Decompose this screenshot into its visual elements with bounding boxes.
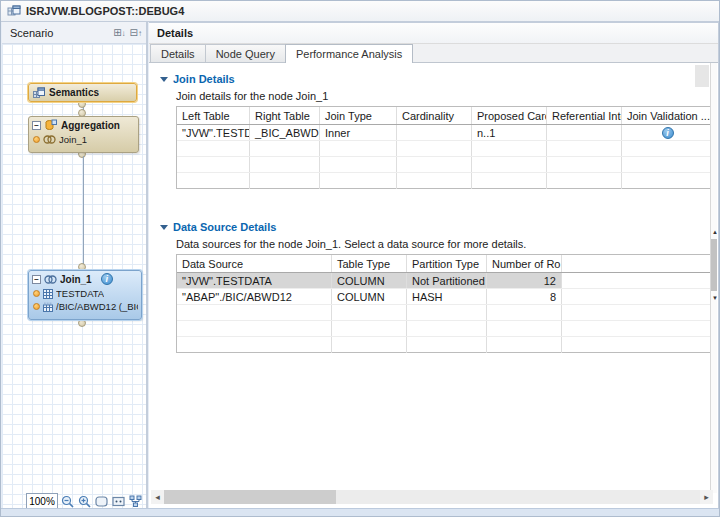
zoom-level-input[interactable] bbox=[26, 493, 58, 509]
column-header-right-table[interactable]: Right Table bbox=[250, 107, 320, 124]
node-semantics-label: Semantics bbox=[49, 87, 99, 98]
connector-line bbox=[83, 156, 84, 267]
join-child-testdata[interactable]: TESTDATA bbox=[29, 287, 141, 300]
scroll-corner-block bbox=[695, 65, 709, 87]
cell-number-of-rows: 12 bbox=[487, 273, 562, 288]
join-operator-icon bbox=[43, 135, 56, 144]
join-info-icon[interactable] bbox=[101, 273, 113, 285]
join-child-label: /BIC/ABWD12 (_BIC. bbox=[56, 301, 138, 312]
scenario-panel-title: Scenario bbox=[10, 27, 113, 39]
horizontal-scrollbar[interactable]: ◂ ▸ bbox=[151, 490, 713, 504]
column-header-filler bbox=[562, 255, 713, 272]
cell-referential-integrity bbox=[547, 125, 622, 140]
aggregation-child-join[interactable]: Join_1 bbox=[29, 133, 138, 146]
empty-row bbox=[177, 337, 713, 353]
status-dot-icon bbox=[33, 290, 40, 297]
zoom-in-icon[interactable] bbox=[77, 494, 92, 509]
tab-performance-analysis[interactable]: Performance Analysis bbox=[285, 44, 413, 63]
join-operator-icon bbox=[44, 275, 57, 284]
join-validation-info-icon[interactable] bbox=[662, 127, 674, 139]
cell-filler bbox=[562, 289, 713, 304]
expand-all-icon[interactable]: ⊞↓ bbox=[113, 27, 125, 38]
fit-to-screen-icon[interactable] bbox=[94, 494, 109, 509]
scenario-canvas[interactable]: Semantics − Aggregation bbox=[2, 44, 146, 513]
join-details-section-header[interactable]: Join Details bbox=[160, 73, 235, 85]
vertical-scrollbar-thumb[interactable] bbox=[711, 239, 717, 291]
actual-size-icon[interactable] bbox=[111, 494, 126, 509]
horizontal-scrollbar-thumb[interactable] bbox=[164, 490, 336, 504]
empty-row bbox=[177, 305, 713, 321]
collapse-node-icon[interactable]: − bbox=[32, 275, 41, 284]
data-source-details-subtitle: Data sources for the node Join_1. Select… bbox=[176, 238, 526, 250]
column-header-join-type[interactable]: Join Type bbox=[320, 107, 397, 124]
column-header-number-of-rows[interactable]: Number of Ro... bbox=[487, 255, 562, 272]
tab-node-query[interactable]: Node Query bbox=[205, 44, 286, 62]
cell-partition-type: HASH bbox=[407, 289, 487, 304]
join-details-row[interactable]: "JVW".TESTDATA _BIC_ABWD12 Inner n..1 bbox=[177, 125, 713, 141]
data-source-details-section-header[interactable]: Data Source Details bbox=[160, 221, 276, 233]
data-source-row-testdata[interactable]: "JVW".TESTDATA COLUMN Not Partitioned 12 bbox=[177, 273, 713, 289]
column-header-join-validation[interactable]: Join Validation ... bbox=[622, 107, 713, 124]
scroll-up-icon[interactable]: ▲ bbox=[712, 229, 717, 235]
empty-row bbox=[177, 141, 713, 157]
column-header-partition-type[interactable]: Partition Type bbox=[407, 255, 487, 272]
join-details-header-row: Left Table Right Table Join Type Cardina… bbox=[177, 107, 713, 125]
scenario-panel-header: Scenario ⊞↓ ⊟↑ bbox=[2, 22, 146, 44]
data-source-details-table: Data Source Table Type Partition Type Nu… bbox=[176, 254, 714, 353]
scenario-panel: Scenario ⊞↓ ⊟↑ bbox=[2, 22, 148, 513]
auto-layout-icon[interactable] bbox=[128, 494, 143, 509]
scroll-right-icon[interactable]: ▸ bbox=[700, 492, 713, 502]
window-bottom-strip bbox=[1, 508, 719, 516]
table-icon bbox=[43, 289, 53, 299]
scroll-down-icon[interactable]: ▼ bbox=[712, 295, 717, 301]
editor-title-bar: ISRJVW.BLOGPOST::DEBUG4 bbox=[1, 1, 719, 22]
cell-partition-type: Not Partitioned bbox=[407, 273, 487, 288]
node-semantics[interactable]: Semantics bbox=[28, 83, 137, 102]
cell-proposed-cardinality: n..1 bbox=[472, 125, 547, 140]
connector-dot bbox=[78, 319, 86, 327]
node-aggregation[interactable]: − Aggregation Join_1 bbox=[28, 116, 139, 153]
join-details-title: Join Details bbox=[173, 73, 235, 85]
horizontal-scrollbar-track[interactable] bbox=[164, 490, 700, 504]
column-header-proposed-cardinality[interactable]: Proposed Card... bbox=[472, 107, 547, 124]
empty-row bbox=[177, 321, 713, 337]
semantics-icon bbox=[33, 87, 45, 99]
empty-row bbox=[177, 157, 713, 173]
join-details-table: Left Table Right Table Join Type Cardina… bbox=[176, 106, 714, 189]
column-header-data-source[interactable]: Data Source bbox=[177, 255, 332, 272]
tab-details-label: Details bbox=[161, 48, 195, 60]
cell-data-source: "ABAP"./BIC/ABWD12 bbox=[177, 289, 332, 304]
scroll-left-icon[interactable]: ◂ bbox=[151, 492, 164, 502]
tab-node-query-label: Node Query bbox=[216, 48, 275, 60]
aggregation-icon bbox=[45, 119, 57, 131]
tab-performance-analysis-label: Performance Analysis bbox=[296, 48, 402, 60]
data-source-row-abwd12[interactable]: "ABAP"./BIC/ABWD12 COLUMN HASH 8 bbox=[177, 289, 713, 305]
collapse-triangle-icon bbox=[160, 225, 168, 230]
node-join-1[interactable]: − Join_1 bbox=[28, 270, 142, 320]
vertical-scrollbar[interactable]: ▲ ▼ bbox=[710, 63, 717, 493]
status-dot-icon bbox=[33, 136, 40, 143]
cell-table-type: COLUMN bbox=[332, 289, 407, 304]
status-dot-icon bbox=[33, 303, 40, 310]
join-child-label: TESTDATA bbox=[56, 288, 104, 299]
data-source-header-row: Data Source Table Type Partition Type Nu… bbox=[177, 255, 713, 273]
column-header-table-type[interactable]: Table Type bbox=[332, 255, 407, 272]
cell-join-type: Inner bbox=[320, 125, 397, 140]
cell-cardinality bbox=[397, 125, 472, 140]
zoom-out-icon[interactable] bbox=[60, 494, 75, 509]
cell-table-type: COLUMN bbox=[332, 273, 407, 288]
collapse-triangle-icon bbox=[160, 77, 168, 82]
tab-details[interactable]: Details bbox=[150, 44, 206, 62]
cell-left-table: "JVW".TESTDATA bbox=[177, 125, 250, 140]
join-child-abwd12[interactable]: /BIC/ABWD12 (_BIC. bbox=[29, 300, 141, 313]
column-header-left-table[interactable]: Left Table bbox=[177, 107, 250, 124]
collapse-all-icon[interactable]: ⊟↑ bbox=[130, 27, 142, 38]
editor-title: ISRJVW.BLOGPOST::DEBUG4 bbox=[26, 5, 184, 17]
column-header-referential-integrity[interactable]: Referential Inte... bbox=[547, 107, 622, 124]
performance-analysis-content: Join Details Join details for the node J… bbox=[149, 63, 717, 493]
column-header-cardinality[interactable]: Cardinality bbox=[397, 107, 472, 124]
details-panel-titlebar: Details bbox=[149, 23, 718, 44]
cell-join-validation bbox=[622, 125, 713, 140]
collapse-node-icon[interactable]: − bbox=[32, 121, 41, 130]
details-tab-bar: Details Node Query Performance Analysis bbox=[149, 44, 718, 63]
